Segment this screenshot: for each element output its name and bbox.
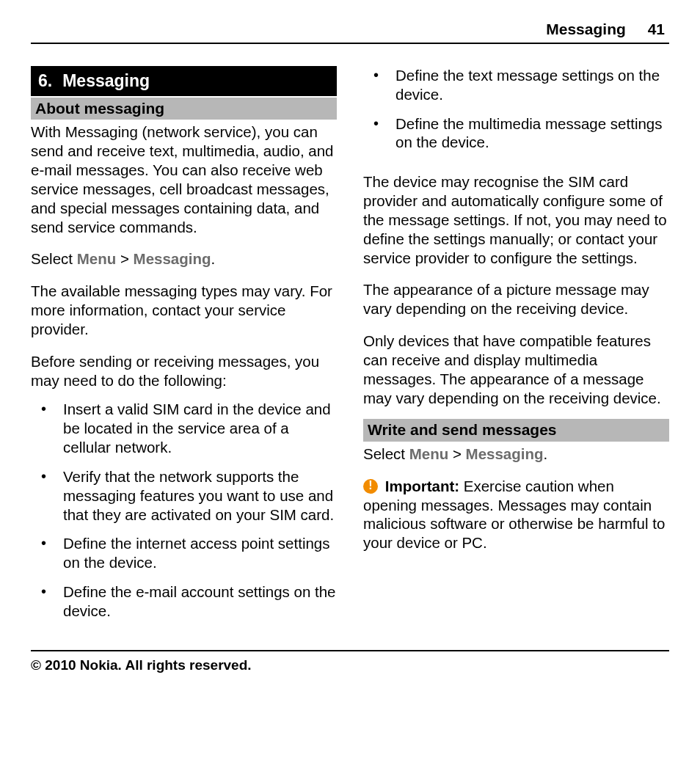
select-suffix: . (544, 445, 548, 462)
about-paragraph-2: The available messaging types may vary. … (31, 279, 337, 348)
list-item: Define the multimedia message settings o… (363, 114, 669, 163)
about-paragraph-1: With Messaging (network service), you ca… (31, 120, 337, 246)
ui-menu: Menu (77, 250, 117, 267)
bullet-list-right: Define the text message settings on the … (363, 66, 669, 169)
footer-copyright: © 2010 Nokia. All rights reserved. (31, 650, 669, 673)
ui-messaging: Messaging (134, 250, 211, 267)
about-paragraph-6: Only devices that have compatible featur… (363, 329, 669, 417)
select-gt: > (448, 445, 465, 462)
page: Messaging 41 6.Messaging About messaging… (31, 0, 669, 673)
select-prefix: Select (363, 445, 409, 462)
chapter-number: 6. (38, 71, 52, 90)
select-prefix: Select (31, 250, 77, 267)
section-heading-write: Write and send messages (363, 419, 669, 441)
content-columns: 6.Messaging About messaging With Messagi… (31, 44, 669, 643)
list-item: Verify that the network supports the mes… (31, 467, 337, 534)
select-gt: > (116, 250, 133, 267)
right-column: Define the text message settings on the … (363, 66, 669, 628)
select-suffix: . (211, 250, 216, 267)
about-paragraph-3: Before sending or receiving messages, yo… (31, 349, 337, 401)
chapter-title: Messaging (62, 71, 150, 90)
important-note: Important: Exercise caution when opening… (363, 474, 669, 563)
chapter-heading: 6.Messaging (31, 66, 337, 96)
about-paragraph-4: The device may recognise the SIM card pr… (363, 169, 669, 277)
about-paragraph-5: The appearance of a picture message may … (363, 277, 669, 329)
ui-menu: Menu (409, 445, 449, 462)
list-item: Define the internet access point setting… (31, 534, 337, 582)
running-header: Messaging 41 (31, 21, 669, 44)
page-number: 41 (648, 21, 665, 37)
important-label: Important: (385, 478, 459, 494)
select-path-1: Select Menu > Messaging. (31, 246, 337, 279)
select-path-2: Select Menu > Messaging. (363, 442, 669, 474)
header-title: Messaging (546, 21, 626, 37)
list-item: Define the e-mail account settings on th… (31, 582, 337, 621)
important-icon (363, 479, 378, 494)
list-item: Define the text message settings on the … (363, 66, 669, 114)
section-heading-about: About messaging (31, 98, 337, 120)
list-item: Insert a valid SIM card in the device an… (31, 400, 337, 467)
ui-messaging: Messaging (466, 445, 544, 462)
left-column: 6.Messaging About messaging With Messagi… (31, 66, 337, 628)
bullet-list-left: Insert a valid SIM card in the device an… (31, 400, 337, 627)
